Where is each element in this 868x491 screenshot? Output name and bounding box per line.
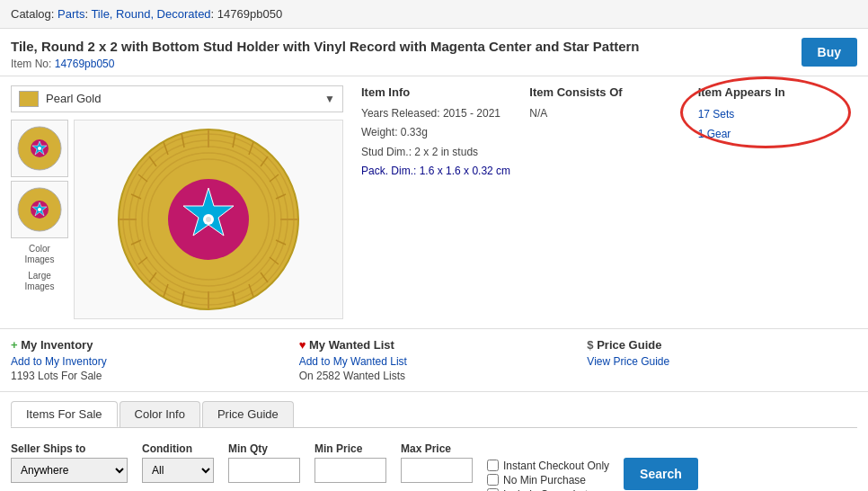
seller-ships-select[interactable]: Anywhere bbox=[11, 458, 128, 483]
action-row: + My Inventory Add to My Inventory 1193 … bbox=[0, 328, 868, 391]
parts-link[interactable]: Parts bbox=[58, 7, 84, 21]
min-qty-label: Min Qty bbox=[228, 442, 300, 455]
plus-icon: + bbox=[11, 338, 21, 352]
thumbnail-1[interactable] bbox=[11, 120, 68, 177]
color-swatch bbox=[19, 91, 39, 107]
svg-point-41 bbox=[206, 217, 211, 222]
item-no-label: Item No: bbox=[11, 58, 51, 70]
color-images-label: Color Images bbox=[11, 244, 68, 265]
left-col: Pearl Gold ▼ bbox=[11, 85, 343, 319]
gear-link[interactable]: 1 Gear bbox=[698, 124, 857, 145]
wanted-count: On 2582 Wanted Lists bbox=[299, 370, 570, 382]
weight: Weight: 0.33g bbox=[361, 123, 520, 143]
item-title: Tile, Round 2 x 2 with Bottom Stud Holde… bbox=[11, 38, 857, 56]
item-no-breadcrumb: 14769pb050 bbox=[217, 7, 282, 21]
condition-group: Condition All New Used bbox=[142, 442, 214, 483]
tabs-list: Items For Sale Color Info Price Guide bbox=[11, 401, 857, 427]
right-col: Item Info Years Released: 2015 - 2021 We… bbox=[361, 85, 857, 319]
item-info-block: Item Info Years Released: 2015 - 2021 We… bbox=[361, 85, 520, 319]
wanted-label: My Wanted List bbox=[309, 338, 394, 352]
max-price-label: Max Price bbox=[401, 442, 473, 455]
item-no-row: Item No: 14769pb050 bbox=[11, 58, 857, 70]
svg-point-7 bbox=[38, 208, 41, 211]
thumbnail-2[interactable] bbox=[11, 181, 68, 238]
sets-link[interactable]: 17 Sets bbox=[698, 104, 857, 125]
add-wanted-link[interactable]: Add to My Wanted List bbox=[299, 355, 570, 368]
view-price-guide-link[interactable]: View Price Guide bbox=[587, 355, 857, 368]
item-appears-block: Item Appears In 17 Sets 1 Gear bbox=[698, 85, 857, 319]
instant-checkout-checkbox[interactable] bbox=[487, 460, 499, 471]
tile-round-link[interactable]: Tile, Round, Decorated bbox=[91, 7, 210, 21]
color-selector[interactable]: Pearl Gold ▼ bbox=[11, 85, 343, 112]
condition-select[interactable]: All New Used bbox=[142, 458, 214, 483]
title-section: Tile, Round 2 x 2 with Bottom Stud Holde… bbox=[0, 29, 868, 76]
search-button[interactable]: Search bbox=[624, 458, 698, 490]
tab-price-guide[interactable]: Price Guide bbox=[202, 401, 294, 427]
main-content: Pearl Gold ▼ bbox=[0, 76, 868, 328]
tab-color-info[interactable]: Color Info bbox=[120, 401, 200, 427]
image-area: Color Images LargeImages bbox=[11, 120, 343, 319]
consists-value: N/A bbox=[529, 104, 688, 124]
wanted-title: ♥ My Wanted List bbox=[299, 338, 570, 352]
color-name: Pearl Gold bbox=[46, 92, 317, 105]
seller-ships-label: Seller Ships to bbox=[11, 442, 128, 455]
years-released: Years Released: 2015 - 2021 bbox=[361, 104, 520, 124]
filter-row: Seller Ships to Anywhere Condition All N… bbox=[0, 435, 868, 492]
stud-dim: Stud Dim.: 2 x 2 in studs bbox=[361, 143, 520, 163]
min-qty-group: Min Qty bbox=[228, 442, 300, 483]
add-inventory-link[interactable]: Add to My Inventory bbox=[11, 355, 281, 368]
no-min-purchase-checkbox[interactable] bbox=[487, 474, 499, 486]
condition-label: Condition bbox=[142, 442, 214, 455]
max-price-input[interactable] bbox=[401, 458, 473, 483]
item-no-link[interactable]: 14769pb050 bbox=[55, 58, 115, 70]
instant-checkout-label[interactable]: Instant Checkout Only bbox=[487, 460, 609, 472]
inventory-action: + My Inventory Add to My Inventory 1193 … bbox=[11, 338, 281, 382]
seller-ships-group: Seller Ships to Anywhere bbox=[11, 442, 128, 483]
checkbox-group: Instant Checkout Only No Min Purchase In… bbox=[487, 458, 609, 492]
item-info-title: Item Info bbox=[361, 85, 520, 99]
dollar-icon: $ bbox=[587, 338, 597, 352]
breadcrumb: Catalog: Parts: Tile, Round, Decorated: … bbox=[0, 0, 868, 29]
checkboxes-group: Instant Checkout Only No Min Purchase In… bbox=[487, 442, 609, 492]
min-qty-input[interactable] bbox=[228, 458, 300, 483]
price-label: Price Guide bbox=[597, 338, 661, 352]
max-price-group: Max Price bbox=[401, 442, 473, 483]
heart-icon: ♥ bbox=[299, 338, 309, 352]
inventory-title: + My Inventory bbox=[11, 338, 281, 352]
buy-button[interactable]: Buy bbox=[802, 38, 857, 67]
min-price-group: Min Price bbox=[314, 442, 386, 483]
pack-dim: Pack. Dim.: 1.6 x 1.6 x 0.32 cm bbox=[361, 162, 520, 182]
main-image bbox=[74, 120, 343, 319]
lots-for-sale: 1193 Lots For Sale bbox=[11, 370, 281, 382]
search-group: Search bbox=[624, 442, 698, 490]
no-min-purchase-label[interactable]: No Min Purchase bbox=[487, 474, 609, 487]
large-images-label: LargeImages bbox=[11, 271, 68, 292]
svg-point-3 bbox=[38, 147, 41, 150]
appears-title: Item Appears In bbox=[698, 85, 857, 99]
price-title: $ Price Guide bbox=[587, 338, 857, 352]
wanted-list-action: ♥ My Wanted List Add to My Wanted List O… bbox=[299, 338, 570, 382]
min-price-input[interactable] bbox=[314, 458, 386, 483]
tab-border bbox=[11, 427, 857, 428]
inventory-label: My Inventory bbox=[21, 338, 93, 352]
tab-items-for-sale[interactable]: Items For Sale bbox=[11, 401, 118, 427]
price-guide-action: $ Price Guide View Price Guide bbox=[587, 338, 857, 382]
consists-title: Item Consists Of bbox=[529, 85, 688, 99]
tabs-section: Items For Sale Color Info Price Guide bbox=[0, 391, 868, 428]
min-price-label: Min Price bbox=[314, 442, 386, 455]
dropdown-arrow-icon[interactable]: ▼ bbox=[324, 93, 335, 105]
include-super-lots-label[interactable]: Include Super Lots bbox=[487, 488, 609, 492]
item-consists-block: Item Consists Of N/A bbox=[529, 85, 688, 319]
catalog-label: Catalog bbox=[11, 7, 51, 21]
